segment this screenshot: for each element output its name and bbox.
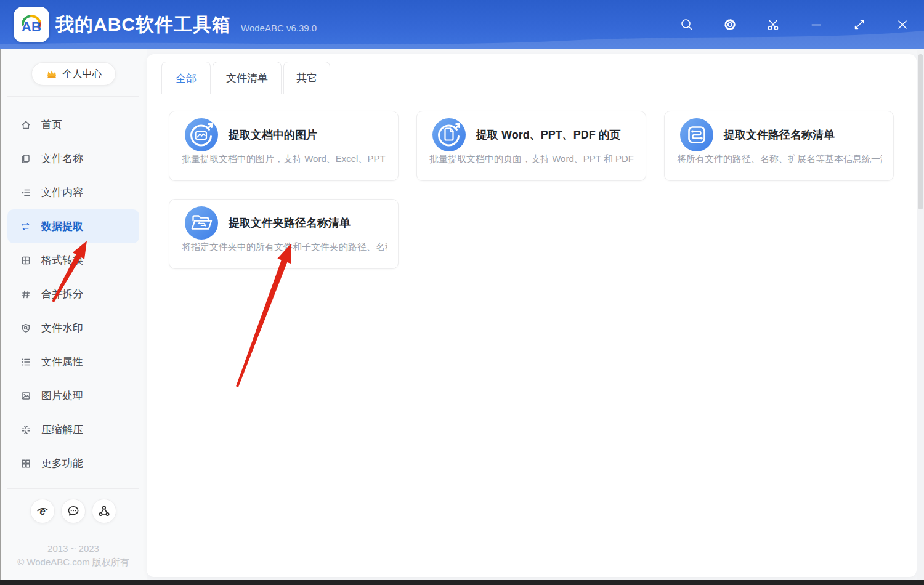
card-description: 将所有文件的路径、名称、扩展名等基本信息统一汇 [677, 153, 882, 165]
sidebar-item-home[interactable]: 首页 [0, 108, 147, 142]
personal-center-label: 个人中心 [63, 68, 102, 81]
sidebar-item-image-process[interactable]: 图片处理 [0, 379, 147, 413]
file-path-list-icon [679, 118, 714, 152]
image-process-icon [20, 390, 31, 401]
sidebar-item-label: 图片处理 [41, 389, 83, 403]
sidebar-item-compress[interactable]: 压缩解压 [0, 413, 147, 446]
card-title: 提取文件夹路径名称清单 [229, 216, 351, 230]
crown-icon [46, 68, 58, 79]
sidebar-footer-icons: e [0, 499, 147, 523]
card-folder-path-list[interactable]: 提取文件夹路径名称清单 将指定文件夹中的所有文件和子文件夹的路径、名称 [169, 199, 399, 269]
category-tabs: 全部 文件清单 其它 [147, 54, 917, 94]
card-extract-pages[interactable]: 提取 Word、PPT、PDF 的页 批量提取文档中的页面，支持 Word、PP… [416, 111, 646, 181]
sidebar: 个人中心 首页 文件名称 文件内容 数据提取 格式转换 合并拆分 [0, 49, 147, 580]
app-version: WodeABC v6.39.0 [241, 23, 317, 33]
resize-icon[interactable] [853, 18, 866, 31]
sidebar-item-label: 首页 [41, 118, 62, 132]
window-bottom-edge [0, 580, 924, 585]
copyright-text: © WodeABC.com 版权所有 [0, 555, 147, 569]
copyright-years: 2013 ~ 2023 [0, 542, 147, 555]
sidebar-item-label: 更多功能 [41, 456, 83, 470]
compress-icon [20, 424, 31, 435]
close-icon[interactable] [896, 18, 909, 31]
sidebar-item-label: 文件内容 [41, 185, 83, 200]
title-bar: AB 我的ABC软件工具箱 WodeABC v6.39.0 [0, 0, 924, 49]
card-description: 批量提取文档中的图片，支持 Word、Excel、PPT 和 [182, 153, 387, 165]
svg-text:AB: AB [22, 19, 41, 34]
minimize-icon[interactable] [809, 18, 823, 31]
sidebar-item-data-extract[interactable]: 数据提取 [7, 209, 139, 243]
card-title: 提取 Word、PPT、PDF 的页 [476, 127, 621, 142]
main-panel: 全部 文件清单 其它 提取文档中的图片 批量提取 [147, 54, 917, 577]
sidebar-divider [7, 96, 139, 97]
sidebar-item-more-features[interactable]: 更多功能 [0, 446, 147, 480]
tab-all[interactable]: 全部 [161, 62, 211, 94]
app-logo-icon: AB [18, 11, 45, 38]
card-description: 将指定文件夹中的所有文件和子文件夹的路径、名称 [182, 241, 387, 253]
sidebar-item-file-properties[interactable]: 文件属性 [0, 345, 147, 379]
tab-label: 其它 [296, 71, 317, 85]
share-button[interactable] [92, 499, 116, 523]
titlebar-actions [680, 0, 909, 49]
card-extract-images[interactable]: 提取文档中的图片 批量提取文档中的图片，支持 Word、Excel、PPT 和 [169, 111, 399, 181]
tab-label: 全部 [176, 71, 197, 86]
sidebar-item-label: 格式转换 [41, 253, 83, 267]
extract-images-icon [184, 118, 219, 152]
sidebar-copyright: 2013 ~ 2023 © WodeABC.com 版权所有 [0, 542, 147, 569]
data-extract-icon [20, 221, 31, 232]
search-icon[interactable] [680, 18, 694, 31]
sidebar-divider [7, 533, 139, 533]
personal-center-button[interactable]: 个人中心 [31, 62, 116, 86]
tab-file-list[interactable]: 文件清单 [213, 62, 282, 94]
sidebar-item-merge-split[interactable]: 合并拆分 [0, 277, 147, 311]
settings-icon[interactable] [723, 18, 737, 31]
folder-path-list-icon [184, 206, 219, 240]
extract-pages-icon [432, 118, 466, 152]
sidebar-divider [7, 488, 139, 489]
browser-icon: e [36, 504, 49, 518]
file-content-icon [20, 187, 31, 198]
tool-cards: 提取文档中的图片 批量提取文档中的图片，支持 Word、Excel、PPT 和 [169, 111, 896, 269]
home-icon [20, 119, 31, 131]
card-file-path-list[interactable]: 提取文件路径名称清单 将所有文件的路径、名称、扩展名等基本信息统一汇 [664, 111, 894, 181]
browser-button[interactable]: e [30, 499, 55, 523]
sidebar-item-label: 合并拆分 [41, 287, 83, 301]
window-left-edge [0, 49, 1, 580]
share-icon [97, 504, 111, 518]
app-logo: AB [14, 7, 49, 42]
feedback-button[interactable] [61, 499, 86, 523]
format-convert-icon [20, 255, 31, 266]
sidebar-item-file-watermark[interactable]: 文件水印 [0, 311, 147, 345]
more-features-icon [20, 458, 31, 469]
tab-other[interactable]: 其它 [283, 62, 330, 94]
sidebar-item-label: 压缩解压 [41, 422, 83, 437]
file-watermark-icon [20, 323, 31, 334]
merge-split-icon [20, 289, 31, 300]
card-title: 提取文件路径名称清单 [724, 127, 835, 142]
tab-label: 文件清单 [226, 71, 268, 85]
sidebar-item-file-name[interactable]: 文件名称 [0, 142, 147, 176]
file-properties-icon [20, 357, 31, 368]
sidebar-item-label: 数据提取 [41, 219, 83, 233]
sidebar-item-label: 文件水印 [41, 321, 83, 335]
sidebar-menu: 首页 文件名称 文件内容 数据提取 格式转换 合并拆分 文件水印 文件属性 [0, 108, 147, 480]
scrollbar-thumb[interactable] [918, 54, 923, 209]
chat-icon [67, 504, 80, 518]
sidebar-item-label: 文件属性 [41, 355, 83, 369]
card-description: 批量提取文档中的页面，支持 Word、PPT 和 PDF 文 [429, 153, 634, 165]
sidebar-item-label: 文件名称 [41, 151, 83, 166]
card-title: 提取文档中的图片 [229, 127, 317, 142]
file-name-icon [20, 153, 31, 164]
svg-text:e: e [39, 506, 45, 517]
app-title: 我的ABC软件工具箱 [55, 12, 231, 38]
sidebar-item-format-convert[interactable]: 格式转换 [0, 243, 147, 277]
sidebar-item-file-content[interactable]: 文件内容 [0, 176, 147, 209]
scissors-icon[interactable] [766, 18, 780, 31]
